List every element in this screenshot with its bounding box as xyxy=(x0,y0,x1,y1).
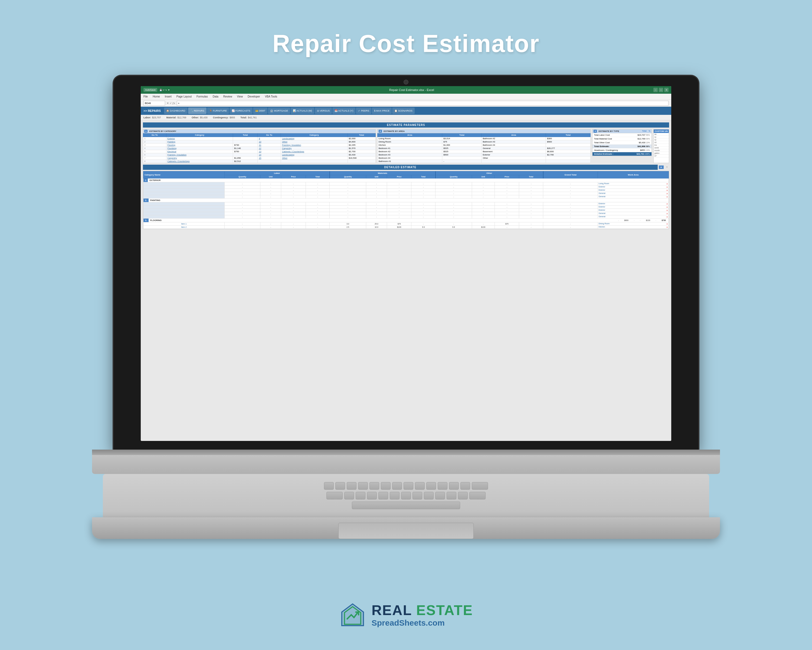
close-btn[interactable]: ✕ xyxy=(664,88,669,92)
area-header-total1: Total xyxy=(442,133,482,137)
nav-actuals-y[interactable]: 📅 ACTUALS (Y) xyxy=(333,107,356,114)
table-row: Bathroom #1- xyxy=(377,160,590,163)
nav-debt[interactable]: 💳 DEBT xyxy=(253,107,268,114)
menu-formulas[interactable]: Formulas xyxy=(197,95,208,98)
minimize-btn[interactable]: ─ xyxy=(653,88,658,92)
custom-units-panel: CUSTOM UN aa cy cy rel lns week month ga… xyxy=(653,129,669,163)
material-value: $12,769 xyxy=(177,116,186,119)
col-header-grand-total: Grand Total xyxy=(543,171,598,179)
formula-bar-row: ✕ ✓ ƒx xyxy=(141,99,671,107)
status-bar: Labor: $23,707 Material: $12,769 Other: … xyxy=(141,115,671,120)
menu-home[interactable]: Home xyxy=(153,95,160,98)
table-row: ---- ---- ---- - Living Roomx xyxy=(143,182,669,185)
estimate-params-header: ESTIMATE PARAMETERS xyxy=(143,122,669,128)
table-row: 7Carpentry$1,650 15Other$16,500 xyxy=(143,156,376,160)
excel-app: AutoSave 💾 ↩ ↪ ▼ Repair Cost Estimator.x… xyxy=(141,86,671,441)
menu-page-layout[interactable]: Page Layout xyxy=(177,95,192,98)
key-enter xyxy=(469,492,485,499)
key xyxy=(438,482,447,490)
key xyxy=(447,492,456,499)
estimate-by-type: 3 ESTIMATE BY TYPE Total % Total Labor C… xyxy=(592,129,652,163)
key-space xyxy=(352,502,460,509)
laptop-screen: AutoSave 💾 ↩ ↪ ▼ Repair Cost Estimator.x… xyxy=(141,86,671,441)
contingency-label: Contingency: xyxy=(213,116,229,119)
type-row-contingency: Headroom / Contingency $855 2.0% xyxy=(592,148,652,152)
laptop-mockup: AutoSave 💾 ↩ ↪ ▼ Repair Cost Estimator.x… xyxy=(92,76,720,552)
nav-actuals-m[interactable]: 📊 ACTUALS (M) xyxy=(291,107,314,114)
table-row: Bedroom #4Other xyxy=(377,156,590,160)
brand-name: REAL ESTATE xyxy=(372,602,473,618)
nav-peers[interactable]: ✓ PEERS xyxy=(356,107,371,114)
key xyxy=(358,482,368,490)
col-group-other: Other xyxy=(435,171,543,175)
key xyxy=(435,492,445,499)
main-content: ESTIMATE PARAMETERS 1 ESTIMATE BY xyxy=(141,120,671,441)
col-group-materials: Materials xyxy=(330,171,435,175)
detail-a-indicator: A xyxy=(659,165,664,169)
nav-dashboard[interactable]: 🏠 DASHBOARD xyxy=(164,107,188,114)
table-row: Item 1 ---- 3.025.0$75- --$75- - Dining … xyxy=(143,222,669,226)
formula-bar[interactable] xyxy=(177,101,669,106)
menu-review[interactable]: Review xyxy=(223,95,232,98)
menu-insert[interactable]: Insert xyxy=(165,95,172,98)
table-row: Dining Room$75Bathroom #3$500 xyxy=(377,140,590,144)
nav-forecasts[interactable]: 📈 FORECASTS xyxy=(229,107,253,114)
nav-scenarios[interactable]: 📋 SCENARIOS xyxy=(392,107,415,114)
table-row: 4Plumbing$1,140 12Carpentry$1,570 xyxy=(143,147,376,150)
table-row: 5Electrical$750 13Cabinets / Countertops… xyxy=(143,150,376,153)
nav-bar: >> REPAIRS 🏠 DASHBOARD 🔧 REPAIRS 🪑 FURNI… xyxy=(141,107,671,115)
laptop-hinge xyxy=(92,450,720,455)
nav-title: >> REPAIRS xyxy=(143,109,161,112)
laptop-keyboard xyxy=(103,474,709,517)
name-box[interactable] xyxy=(143,101,165,106)
key xyxy=(460,482,470,490)
key xyxy=(458,492,468,499)
detailed-estimate-header: DETAILED ESTIMATE xyxy=(143,165,658,170)
nav-versus[interactable]: ⚖ VERSUS xyxy=(315,107,332,114)
key xyxy=(379,492,388,499)
laptop-base xyxy=(92,450,720,474)
detail-q-indicator: ? xyxy=(665,165,669,169)
trackpad[interactable] xyxy=(338,523,474,539)
cat-header-goto1: Go To xyxy=(143,133,166,137)
section-header-flooring: 3. FLOORING - $600 - - xyxy=(143,219,669,222)
excel-window-title: Repair Cost Estimator.xlsx - Excel xyxy=(172,88,651,92)
menu-vba[interactable]: VBA Tools xyxy=(265,95,277,98)
area-header-total2: Total xyxy=(546,133,591,137)
ribbon-menu: File Home Insert Page Layout Formulas Da… xyxy=(141,94,671,99)
keyboard-row-1 xyxy=(324,482,488,490)
nav-max-price[interactable]: $ MAX PRICE xyxy=(372,107,392,114)
col-other-qty: Quantity xyxy=(435,175,472,179)
nav-furniture[interactable]: 🪑 FURNITURE xyxy=(207,107,229,114)
key xyxy=(404,482,413,490)
table-row: ---- ---- ---- - Exteriorx xyxy=(143,202,669,206)
area-header-area1: Area xyxy=(377,133,442,137)
laptop-bezel: AutoSave 💾 ↩ ↪ ▼ Repair Cost Estimator.x… xyxy=(114,76,698,450)
menu-file[interactable]: File xyxy=(143,95,148,98)
key xyxy=(367,492,377,499)
menu-developer[interactable]: Developer xyxy=(248,95,260,98)
page-title: Repair Cost Estimator xyxy=(0,0,812,58)
menu-view[interactable]: View xyxy=(237,95,243,98)
cat-header-goto2: Go To xyxy=(258,133,281,137)
nav-mortgage[interactable]: 🏦 MORTGAGE xyxy=(268,107,290,114)
col-group-labor: Labor xyxy=(224,171,330,175)
key xyxy=(369,482,379,490)
other-value: $5,430 xyxy=(200,116,208,119)
menu-data[interactable]: Data xyxy=(213,95,218,98)
laptop-camera xyxy=(404,80,408,84)
cat-header-total1: Total xyxy=(233,133,258,137)
table-row: Bedroom #2$525Basement$6,600 xyxy=(377,150,590,153)
col-labor-total: Total xyxy=(305,175,330,179)
key xyxy=(392,482,402,490)
table-row: 1Exterior 9Landscaping$2,000 xyxy=(143,137,376,140)
maximize-btn[interactable]: □ xyxy=(659,88,663,92)
contingency-value: $855 xyxy=(229,116,235,119)
total-label: Total: xyxy=(240,116,247,119)
material-label: Material: xyxy=(166,116,177,119)
type-row-detailed: Detailed Estimate : $42,761 100% xyxy=(592,152,652,156)
nav-repairs[interactable]: 🔧 REPAIRS xyxy=(188,107,206,114)
table-row: Item 2 ---- 2.510.0$1009.9 9.9$130-- - K… xyxy=(143,226,669,229)
window-controls: ─ □ ✕ xyxy=(653,88,669,92)
table-row: Bedroom #3$500Exterior$2,790 xyxy=(377,153,590,156)
